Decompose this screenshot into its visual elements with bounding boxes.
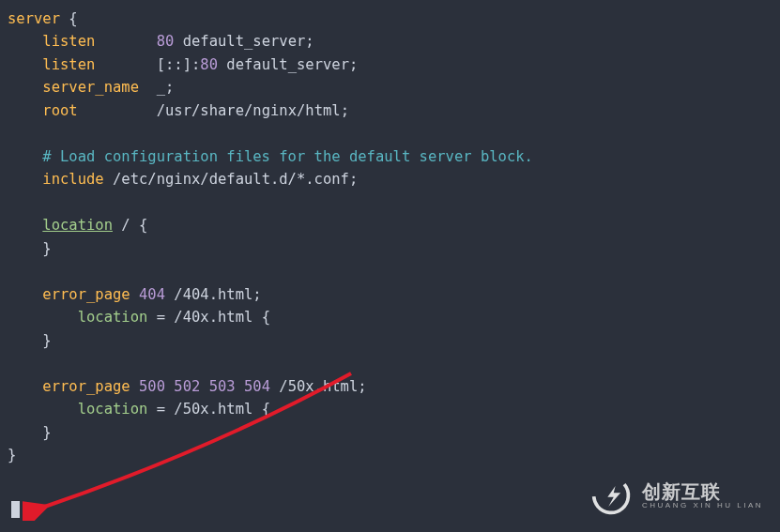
val: /etc/nginx/default.d/*.conf <box>104 171 349 188</box>
semi: ; <box>252 286 261 303</box>
semi: ; <box>349 171 358 188</box>
text-cursor <box>11 501 20 518</box>
semi: ; <box>305 33 314 50</box>
comment: # Load configuration files for the defau… <box>42 148 533 165</box>
kw-errorpage: error_page <box>42 378 130 395</box>
brace: { <box>262 401 270 418</box>
brace: } <box>42 424 51 441</box>
path: / <box>113 217 139 234</box>
addr: [::]: <box>157 56 201 73</box>
semi: ; <box>349 56 358 73</box>
svg-point-0 <box>589 474 633 517</box>
brace: { <box>262 309 270 326</box>
kw-location: location <box>42 217 113 234</box>
codes: 404 <box>130 286 175 303</box>
brace: } <box>42 332 51 349</box>
num: 80 <box>200 56 218 73</box>
watermark-en: CHUANG XIN HU LIAN <box>642 502 763 510</box>
kw-include: include <box>42 171 103 188</box>
kw-root: root <box>42 102 77 119</box>
val: /usr/share/nginx/html <box>157 102 341 119</box>
semi: ; <box>165 79 174 96</box>
txt: default_server <box>218 56 349 73</box>
semi: ; <box>341 102 349 119</box>
kw-location: location <box>78 401 148 418</box>
path: /50x.html <box>279 378 358 395</box>
path: /404.html <box>174 286 252 303</box>
brace: } <box>8 447 16 464</box>
watermark-cn: 创新互联 <box>642 481 763 502</box>
watermark: 创新互联 CHUANG XIN HU LIAN <box>589 474 763 517</box>
codes: 500 502 503 504 <box>130 378 280 395</box>
brace: { <box>139 217 147 234</box>
eq: = /50x.html <box>147 401 261 418</box>
val: _ <box>157 79 165 96</box>
brace: { <box>60 10 78 27</box>
kw-location: location <box>78 309 148 326</box>
kw-server: server <box>8 10 60 27</box>
brace: } <box>42 240 51 257</box>
kw-servername: server_name <box>42 79 139 96</box>
txt: default_server <box>174 33 305 50</box>
watermark-logo-icon <box>589 474 633 517</box>
semi: ; <box>358 378 366 395</box>
kw-errorpage: error_page <box>42 286 130 303</box>
num: 80 <box>157 33 175 50</box>
code-block: server { listen 80 default_server; liste… <box>0 0 780 467</box>
kw-listen: listen <box>42 56 95 73</box>
eq: = /40x.html <box>147 309 261 326</box>
kw-listen: listen <box>42 33 95 50</box>
